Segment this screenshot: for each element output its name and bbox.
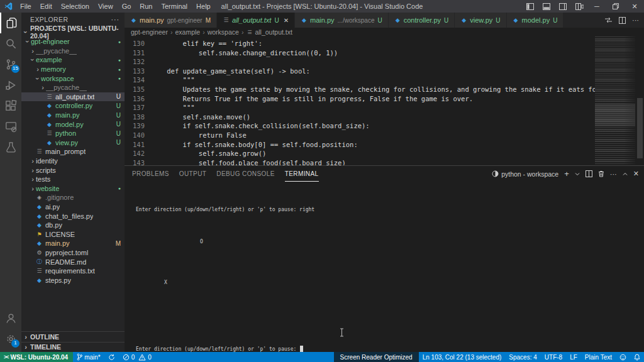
tree-item-website[interactable]: ›website●: [21, 184, 125, 194]
close-button[interactable]: ✕: [625, 0, 644, 13]
activity-extensions-icon[interactable]: [0, 96, 21, 116]
tree-item-main-py[interactable]: ◆main.pyM: [21, 239, 125, 248]
tree-item-controller-py[interactable]: ◆controller.pyU: [21, 101, 125, 111]
cursor-position-item[interactable]: Ln 103, Col 22 (13 selected): [419, 352, 506, 362]
tab-main-py[interactable]: ◆main.pygpt-engineerM: [125, 13, 217, 28]
tree-item-gpt-engineer[interactable]: ›gpt-engineer●: [21, 37, 125, 47]
terminal-shell-picker[interactable]: python - workspace: [492, 170, 558, 178]
minimap-slider[interactable]: [595, 104, 635, 126]
restore-button[interactable]: [606, 0, 625, 13]
tab-model-py[interactable]: ◆model.pyU: [507, 13, 564, 28]
activity-accounts-icon[interactable]: [0, 308, 21, 329]
activity-search-icon[interactable]: [0, 33, 21, 54]
menu-edit[interactable]: Edit: [36, 0, 57, 13]
tree-item--gitignore[interactable]: ◈.gitignore: [21, 193, 125, 202]
tree-item-all-output-txt[interactable]: ☰all_output.txtU: [21, 92, 125, 102]
tree-item-tests[interactable]: ›tests: [21, 175, 125, 184]
menu-selection[interactable]: Selection: [57, 0, 94, 13]
toggle-sidebar-icon[interactable]: [522, 0, 538, 13]
tree-item-scripts[interactable]: ›scripts: [21, 165, 125, 175]
language-mode-item[interactable]: Plain Text: [581, 352, 616, 362]
tree-item-requirements-txt[interactable]: ☰requirements.txt: [21, 266, 125, 276]
new-terminal-icon[interactable]: +: [564, 169, 569, 178]
explorer-more-actions-icon[interactable]: ···: [111, 16, 120, 23]
maximize-panel-icon[interactable]: [623, 172, 628, 176]
feedback-item[interactable]: [616, 352, 630, 362]
toggle-secondary-sidebar-icon[interactable]: [555, 0, 571, 13]
toggle-panel-icon[interactable]: [538, 0, 555, 13]
split-editor-icon[interactable]: [619, 17, 626, 24]
menu-help[interactable]: Help: [192, 0, 215, 13]
activity-testing-icon[interactable]: [0, 137, 21, 158]
tree-item-memory[interactable]: ›memory●: [21, 65, 125, 74]
tree-item-main-py[interactable]: ◆main.pyU: [21, 111, 125, 120]
tree-item-chat-to-files-py[interactable]: ◆chat_to_files.py: [21, 211, 125, 221]
panel-tab-terminal[interactable]: TERMINAL: [285, 166, 319, 182]
activity-settings-icon[interactable]: 1: [0, 329, 21, 349]
terminal-dropdown-icon[interactable]: [575, 172, 580, 176]
tree-item-model-py[interactable]: ◆model.pyU: [21, 119, 125, 129]
activity-source-control-icon[interactable]: 15: [0, 54, 21, 75]
tab-controller-py[interactable]: ◆controller.pyU: [389, 13, 455, 28]
open-changes-icon[interactable]: [604, 16, 613, 24]
sync-item[interactable]: [104, 352, 119, 362]
encoding-item[interactable]: UTF-8: [541, 352, 566, 362]
panel-more-icon[interactable]: ···: [610, 170, 617, 178]
tab-main-py[interactable]: ◆main.py.../workspaceU: [295, 13, 389, 28]
menu-file[interactable]: File: [16, 0, 36, 13]
problems-item[interactable]: 0 0: [119, 352, 155, 362]
indentation-item[interactable]: Spaces: 4: [505, 352, 540, 362]
code-editor[interactable]: 130 elif key == 'right':131 self.snake.c…: [125, 36, 644, 165]
line-text: self.food.place_food(self.board_size): [145, 158, 346, 165]
tree-item-pyproject-toml[interactable]: ⚙pyproject.toml: [21, 248, 125, 258]
tree-item-python[interactable]: ☰pythonU: [21, 129, 125, 138]
panel-tab-debug-console[interactable]: DEBUG CONSOLE: [216, 166, 274, 182]
minimize-button[interactable]: ─: [587, 0, 606, 13]
breadcrumb-item[interactable]: ☰all_output.txt: [246, 28, 292, 36]
activity-remote-explorer-icon[interactable]: [0, 116, 21, 137]
tab-view-py[interactable]: ◆view.pyU: [455, 13, 506, 28]
minimap[interactable]: [595, 36, 635, 165]
breadcrumb-item[interactable]: example: [175, 28, 200, 36]
section-outline[interactable]: ›OUTLINE: [21, 332, 125, 342]
tree-item-readme-md[interactable]: ⓘREADME.md: [21, 257, 125, 266]
split-terminal-icon[interactable]: [586, 170, 592, 177]
customize-layout-icon[interactable]: [571, 0, 587, 13]
tree-item-ai-py[interactable]: ◆ai.py: [21, 202, 125, 212]
git-branch-item[interactable]: main*: [73, 352, 104, 362]
eol-item[interactable]: LF: [566, 352, 581, 362]
menu-view[interactable]: View: [94, 0, 118, 13]
tree-item-view-py[interactable]: ◆view.pyU: [21, 138, 125, 148]
terminal[interactable]: Enter direction (up/down/left/right) or …: [125, 182, 644, 352]
tab-all-output-txt[interactable]: ☰all_output.txtU✕: [217, 13, 295, 28]
more-actions-icon[interactable]: ···: [632, 16, 639, 24]
remote-indicator[interactable]: >< WSL: Ubuntu-20.04: [0, 352, 73, 362]
tree-item-identity[interactable]: ›identity: [21, 156, 125, 166]
activity-explorer-icon[interactable]: [0, 13, 21, 33]
tree-item--pycache-[interactable]: ›__pycache__: [21, 47, 125, 56]
screen-reader-item[interactable]: Screen Reader Optimized: [334, 352, 419, 362]
close-panel-icon[interactable]: ✕: [633, 170, 639, 178]
panel-tab-output[interactable]: OUTPUT: [179, 166, 207, 182]
menu-go[interactable]: Go: [118, 0, 136, 13]
breadcrumb[interactable]: gpt-engineer›example›workspace›☰all_outp…: [125, 28, 644, 36]
tree-item-main-prompt[interactable]: ☰main_prompt: [21, 147, 125, 156]
editor-scrollbar[interactable]: [635, 36, 644, 165]
workspace-section-header[interactable]: › PROJECTS [WSL: UBUNTU-20.04]: [21, 26, 125, 37]
tree-item-steps-py[interactable]: ◆steps.py: [21, 275, 125, 285]
breadcrumb-item[interactable]: workspace: [208, 28, 239, 36]
tree-item-workspace[interactable]: ›workspace●: [21, 74, 125, 83]
breadcrumb-item[interactable]: gpt-engineer: [131, 28, 168, 36]
tree-item--pycache-[interactable]: ›__pycache__: [21, 83, 125, 92]
tree-item-license[interactable]: ⚑LICENSE: [21, 229, 125, 239]
notifications-item[interactable]: [630, 352, 644, 362]
menu-run[interactable]: Run: [135, 0, 157, 13]
menu-terminal[interactable]: Terminal: [157, 0, 192, 13]
panel-tab-problems[interactable]: PROBLEMS: [132, 166, 169, 182]
tree-item-example[interactable]: ›example●: [21, 55, 125, 65]
activity-run-debug-icon[interactable]: [0, 75, 21, 96]
section-timeline[interactable]: ›TIMELINE: [21, 342, 125, 352]
tab-close-icon[interactable]: ✕: [284, 17, 289, 24]
kill-terminal-icon[interactable]: [598, 170, 604, 177]
tree-item-db-py[interactable]: ◆db.py: [21, 221, 125, 230]
